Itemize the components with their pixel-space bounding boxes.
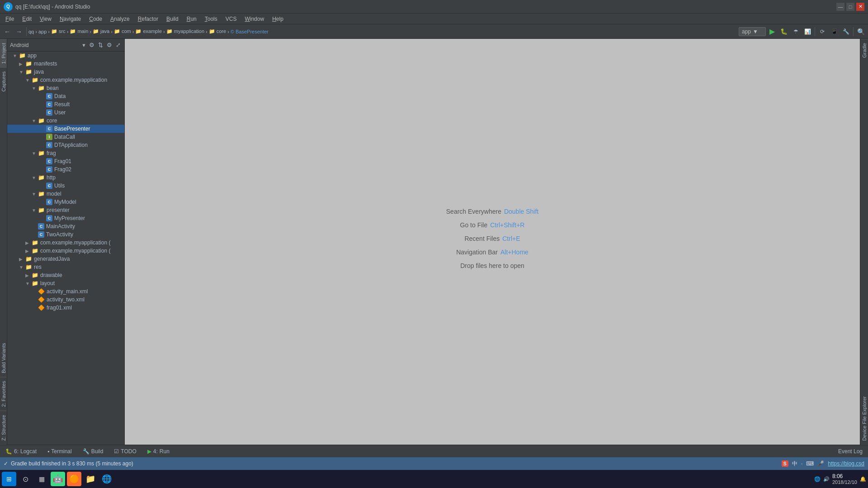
tree-com-example[interactable]: ▼ 📁 com.example.myapplication [7,76,124,84]
tree-model[interactable]: ▼ 📁 model [7,190,124,198]
avd-button[interactable]: 📱 [829,26,840,37]
search-button[interactable]: 🔍 [855,26,866,37]
tree-com-test2[interactable]: ▶ 📁 com.example.myapplication ( [7,247,124,255]
tree-dtapplication[interactable]: C DTApplication [7,141,124,149]
menu-edit[interactable]: Edit [19,15,35,23]
sync-button[interactable]: ⟳ [817,26,828,37]
minimize-button[interactable]: — [836,3,844,11]
bc-core[interactable]: 📁 core [209,28,226,34]
tree-twoactivity[interactable]: C TwoActivity [7,230,124,239]
bc-app[interactable]: app [38,29,47,34]
device-file-explorer-tab[interactable]: Device File Explorer [861,393,868,445]
tree-activity-main-xml[interactable]: 🔶 activity_main.xml [7,287,124,296]
tree-layout[interactable]: ▼ 📁 layout [7,279,124,287]
profile-button[interactable]: 📊 [802,26,813,37]
bc-example[interactable]: 📁 example [135,28,162,34]
folder-core-icon: 📁 [38,117,45,124]
structure-tab[interactable]: Z: Structure [0,411,7,445]
project-tab[interactable]: 1: Project [0,39,7,67]
menu-view[interactable]: View [36,15,55,23]
taskbar-app-chrome[interactable]: 🌐 [99,472,114,486]
tree-bean[interactable]: ▼ 📁 bean [7,84,124,92]
tree-datacall[interactable]: I DataCall [7,133,124,141]
menu-vcs[interactable]: VCS [222,15,241,23]
gradle-tab[interactable]: Gradle [861,39,868,61]
tree-basepresenter[interactable]: C BasePresenter [7,125,124,133]
tree-generatedjava[interactable]: ▶ 📁 generatedJava [7,255,124,263]
tree-user[interactable]: C User [7,108,124,117]
taskbar-app-orange[interactable]: 🟠 [67,472,81,486]
breadcrumb: qq › app › 📁 src › 📁 main › 📁 java › 📁 c… [28,28,269,34]
menu-tools[interactable]: Tools [201,15,221,23]
tree-frag01-xml[interactable]: 🔶 frag01.xml [7,304,124,312]
bc-qq[interactable]: qq [28,29,34,34]
bottom-tab-terminal[interactable]: ▪ Terminal [46,447,74,455]
bottom-tab-todo[interactable]: ☑ TODO [112,447,138,455]
tree-mainactivity[interactable]: C MainActivity [7,222,124,230]
sdk-button[interactable]: 🔧 [840,26,851,37]
captures-tab[interactable]: Captures [0,67,7,95]
folder-com-test2-icon: 📁 [32,248,38,254]
tree-frag01[interactable]: C Frag01 [7,157,124,165]
debug-button[interactable]: 🐛 [778,26,789,37]
menu-build[interactable]: Build [163,15,182,23]
tree-res[interactable]: ▼ 📁 res [7,263,124,271]
tree-data[interactable]: C Data [7,92,124,100]
bc-main[interactable]: 📁 main [70,28,88,34]
menu-help[interactable]: Help [269,15,287,23]
forward-button[interactable]: → [14,26,24,37]
tree-mymodel[interactable]: C MyModel [7,198,124,206]
taskbar-app-files[interactable]: 📁 [83,472,98,486]
expand-icon[interactable]: ⤢ [115,41,122,49]
tree-utils[interactable]: C Utils [7,182,124,190]
sort-icon[interactable]: ⇅ [97,41,104,49]
bottom-tab-logcat[interactable]: 🐛 6: Logcat [4,447,38,455]
menu-refactor[interactable]: Refactor [134,15,162,23]
bc-java[interactable]: 📁 java [93,28,109,34]
menu-code[interactable]: Code [85,15,106,23]
tree-http[interactable]: ▼ 📁 http [7,174,124,182]
menu-run[interactable]: Run [183,15,200,23]
coverage-button[interactable]: ☂ [790,26,801,37]
menu-window[interactable]: Window [241,15,268,23]
bottom-tab-run[interactable]: ▶ 4: Run [146,447,171,455]
tree-frag02[interactable]: C Frag02 [7,165,124,174]
tree-app[interactable]: ▼ 📁 app [7,52,124,60]
run-button[interactable]: ▶ [767,26,778,37]
task-view-button[interactable]: ▦ [34,472,49,486]
tree-core[interactable]: ▼ 📁 core [7,117,124,125]
tree-result[interactable]: C Result [7,100,124,108]
bc-basepresenter[interactable]: © BasePresenter [231,29,269,34]
tree-java[interactable]: ▼ 📁 java [7,68,124,76]
close-button[interactable]: ✕ [856,3,864,11]
folder-presenter-icon: 📁 [38,207,45,213]
favorites-tab[interactable]: 2: Favorites [0,377,7,411]
bc-src[interactable]: 📁 src [51,28,66,34]
tree-drawable[interactable]: ▶ 📁 drawable [7,271,124,279]
menu-navigate[interactable]: Navigate [56,15,85,23]
taskbar-notification[interactable]: 🔔 [860,476,866,482]
status-link[interactable]: https://blog.csd [828,460,864,467]
tree-frag[interactable]: ▼ 📁 frag [7,149,124,157]
search-taskbar-button[interactable]: ⊙ [18,472,33,486]
gear2-icon[interactable]: ⚙ [106,41,113,49]
run-config-selector[interactable]: app ▼ [739,27,766,36]
bottom-tab-event-log[interactable]: Event Log [836,447,864,455]
menu-file[interactable]: File [2,15,18,23]
settings-icon[interactable]: ⚙ [88,41,95,49]
start-button[interactable]: ⊞ [2,472,16,486]
taskbar-app-android[interactable]: 🤖 [51,472,65,486]
tree-presenter[interactable]: ▼ 📁 presenter [7,206,124,214]
tree-mypresenter[interactable]: C MyPresenter [7,214,124,222]
menu-analyze[interactable]: Analyze [107,15,133,23]
tree-activity-two-xml[interactable]: 🔶 activity_two.xml [7,296,124,304]
back-button[interactable]: ← [2,26,13,37]
build-variants-tab[interactable]: Build Variants [0,339,7,377]
bottom-tab-build[interactable]: 🔧 Build [81,447,105,455]
tree-manifests[interactable]: ▶ 📁 manifests [7,60,124,68]
maximize-button[interactable]: □ [846,3,854,11]
tree-com-test1[interactable]: ▶ 📁 com.example.myapplication ( [7,239,124,247]
bc-com[interactable]: 📁 com [114,28,131,34]
bc-sep1: › [35,29,37,34]
bc-myapp[interactable]: 📁 myapplication [166,28,204,34]
